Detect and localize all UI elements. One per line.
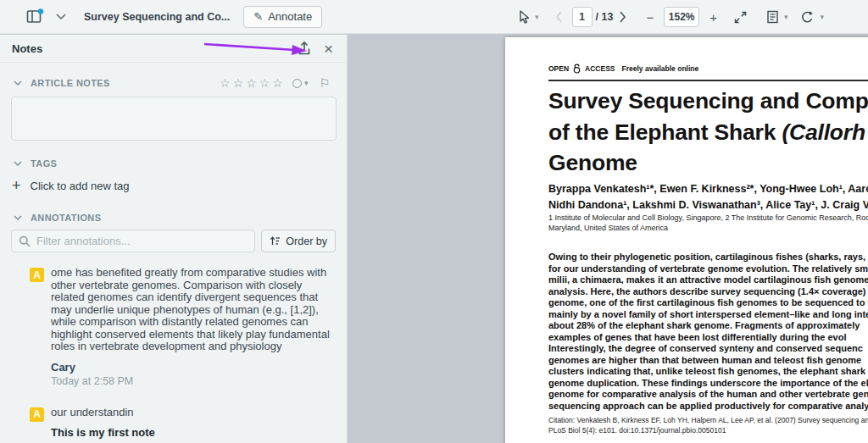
pdf-viewer-area: OPEN ACCESS Freely available online Surv…	[348, 35, 868, 443]
page-layout-icon[interactable]	[764, 8, 782, 26]
open-access-banner: OPEN ACCESS Freely available online	[548, 64, 698, 74]
top-toolbar: Survey Sequencing and Co... ✎ Annotate ▾	[0, 0, 868, 34]
annotations-label: ANNOTATIONS	[31, 213, 101, 223]
paper-affiliations: 1 Institute of Molecular and Cell Biolog…	[548, 213, 868, 233]
rotate-icon[interactable]	[798, 8, 817, 27]
header-rule	[548, 80, 868, 81]
document-title: Survey Sequencing and Co...	[84, 11, 230, 23]
paper-citation: Citation: Venkatesh B, Kirkness EF, Loh …	[548, 416, 868, 435]
notes-panel-title: Notes	[12, 42, 42, 55]
star-rating-icon[interactable]: ☆	[220, 77, 231, 89]
order-by-button[interactable]: Order by	[261, 230, 336, 252]
annotate-label: Annotate	[268, 10, 312, 23]
notes-panel: Notes × ARTICLE NOTE	[0, 35, 348, 443]
sidebar-toggle-icon[interactable]	[24, 6, 47, 27]
fullscreen-icon[interactable]	[731, 8, 750, 27]
section-chevron-icon[interactable]	[11, 78, 25, 88]
highlight-annotation-icon: A	[30, 407, 44, 422]
filter-annotations-field[interactable]	[11, 230, 255, 252]
pen-icon: ✎	[253, 10, 263, 23]
tags-label: TAGS	[31, 158, 57, 169]
highlight-annotation-icon: A	[30, 268, 44, 282]
zoom-level-input[interactable]: 152%	[664, 7, 699, 27]
papers-reader-window: Survey Sequencing and Co... ✎ Annotate ▾	[0, 0, 868, 443]
order-by-label: Order by	[286, 235, 327, 247]
star-rating-icon[interactable]: ☆	[233, 77, 244, 89]
page-count-label: / 13	[596, 11, 614, 23]
annotation-list-item[interactable]: A our understandin This is my first note…	[0, 407, 347, 443]
access-label: ACCESS	[585, 64, 615, 73]
previous-page-button[interactable]	[553, 8, 565, 25]
annotation-highlight-text: our understandin	[51, 407, 331, 419]
notes-panel-header: Notes ×	[0, 35, 347, 63]
article-notes-label: ARTICLE NOTES	[31, 78, 110, 88]
paper-authors: Byrappa Venkatesh¹*, Ewen F. Kirkness²*,…	[548, 181, 868, 213]
page-layout-caret-icon[interactable]: ▾	[784, 14, 788, 21]
rotate-caret-icon[interactable]: ▾	[820, 14, 824, 21]
annotation-author: Cary	[51, 361, 331, 374]
add-tag-button[interactable]: + Click to add new tag	[0, 178, 347, 193]
section-chevron-icon[interactable]	[11, 213, 25, 223]
zoom-in-button[interactable]: +	[706, 8, 721, 26]
plus-icon: +	[12, 178, 21, 193]
annotation-highlight-text: ome has benefited greatly from comparati…	[51, 267, 331, 353]
paper-abstract: Owing to their phylogenetic position, ca…	[548, 252, 868, 412]
read-status-caret-icon[interactable]: ▾	[304, 80, 309, 87]
pdf-page: OPEN ACCESS Freely available online Surv…	[505, 37, 868, 443]
annotation-note-text: This is my first note	[51, 426, 331, 439]
search-icon	[19, 235, 31, 247]
close-panel-icon[interactable]: ×	[324, 41, 333, 57]
next-page-button[interactable]	[616, 8, 629, 25]
star-rating-icon[interactable]: ☆	[272, 77, 283, 89]
zoom-out-button[interactable]: −	[643, 8, 657, 26]
read-status-circle-icon[interactable]	[292, 79, 302, 88]
page-number-input[interactable]: 1	[572, 7, 593, 27]
annotate-button[interactable]: ✎ Annotate	[243, 6, 322, 28]
article-note-input[interactable]	[11, 97, 337, 141]
open-access-lock-icon	[572, 64, 581, 74]
flag-icon[interactable]: ⚐	[319, 77, 330, 89]
open-label: OPEN	[548, 64, 569, 73]
section-chevron-icon[interactable]	[11, 158, 25, 169]
freely-available-label: Freely available online	[622, 64, 699, 73]
annotation-timestamp: Today at 2:58 PM	[51, 375, 331, 387]
export-notes-icon[interactable]	[295, 38, 314, 58]
filter-annotations-input[interactable]	[36, 235, 248, 247]
tags-section-header: TAGS	[0, 158, 347, 169]
pointer-tool-icon[interactable]	[515, 8, 532, 26]
chevron-down-icon[interactable]	[53, 11, 69, 22]
star-rating-icon[interactable]: ☆	[246, 77, 257, 89]
article-notes-section-header: ARTICLE NOTES ☆ ☆ ☆ ☆ ☆ ▾ ⚐	[0, 77, 347, 89]
annotations-section-header: ANNOTATIONS	[0, 213, 347, 223]
pointer-tool-caret-icon[interactable]: ▾	[535, 14, 539, 21]
star-rating-icon[interactable]: ☆	[259, 77, 270, 89]
paper-title: Survey Sequencing and Comp of the Elepha…	[548, 86, 868, 179]
notification-dot	[38, 8, 43, 14]
add-tag-label: Click to add new tag	[31, 180, 130, 192]
sort-icon	[270, 235, 281, 246]
annotation-list-item[interactable]: A ome has benefited greatly from compara…	[0, 267, 347, 387]
